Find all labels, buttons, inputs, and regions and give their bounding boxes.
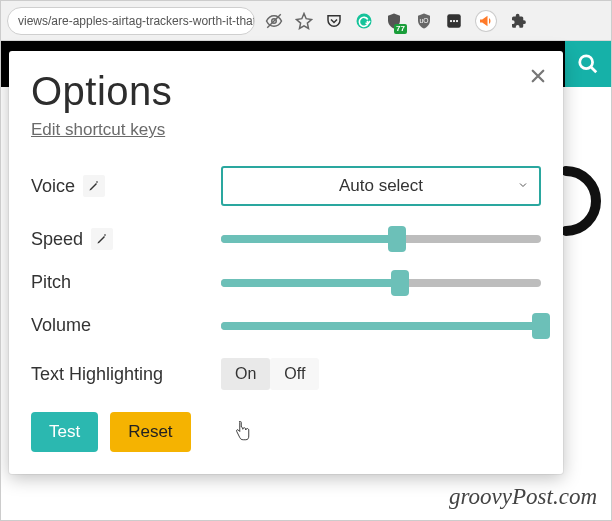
highlight-off-button[interactable]: Off	[270, 358, 319, 390]
svg-point-7	[456, 19, 458, 21]
shield-badge-icon[interactable]: 77	[385, 12, 403, 30]
label-text-highlighting: Text Highlighting	[31, 364, 221, 385]
row-text-highlighting: Text Highlighting On Off	[31, 358, 541, 390]
site-search-button[interactable]	[565, 41, 611, 87]
panel-title: Options	[31, 69, 541, 114]
speed-slider-fill	[221, 235, 397, 243]
label-pitch-text: Pitch	[31, 272, 71, 293]
page-background-glyph	[561, 161, 611, 241]
pencil-icon	[88, 180, 100, 192]
dots-square-icon[interactable]	[445, 12, 463, 30]
action-row: Test Reset	[31, 412, 541, 452]
label-volume-text: Volume	[31, 315, 91, 336]
shield-badge-number: 77	[394, 24, 407, 34]
edit-shortcut-keys-link[interactable]: Edit shortcut keys	[31, 120, 165, 140]
highlight-on-button[interactable]: On	[221, 358, 270, 390]
close-button[interactable]	[527, 65, 549, 87]
browser-chrome-bar: views/are-apples-airtag-trackers-worth-i…	[1, 1, 611, 41]
row-pitch: Pitch	[31, 272, 541, 293]
label-volume: Volume	[31, 315, 221, 336]
reset-button[interactable]: Reset	[110, 412, 190, 452]
svg-point-6	[453, 19, 455, 21]
megaphone-extension-icon[interactable]	[475, 10, 497, 32]
label-pitch: Pitch	[31, 272, 221, 293]
options-panel: Options Edit shortcut keys Voice Auto se…	[9, 51, 563, 474]
star-icon[interactable]	[295, 12, 313, 30]
label-voice: Voice	[31, 175, 221, 197]
volume-slider[interactable]	[221, 316, 541, 336]
close-icon	[529, 67, 547, 85]
label-voice-text: Voice	[31, 176, 75, 197]
svg-text:uO: uO	[419, 17, 428, 24]
volume-slider-fill	[221, 322, 541, 330]
omnibox-url: views/are-apples-airtag-trackers-worth-i…	[18, 14, 255, 28]
label-speed: Speed	[31, 228, 221, 250]
chrome-toolbar-icons: 77 uO	[265, 10, 527, 32]
chevron-down-icon	[517, 176, 529, 196]
ublock-icon[interactable]: uO	[415, 12, 433, 30]
speed-edit-button[interactable]	[91, 228, 113, 250]
row-voice: Voice Auto select	[31, 166, 541, 206]
reader-eye-icon[interactable]	[265, 12, 283, 30]
highlight-toggle-group: On Off	[221, 358, 319, 390]
svg-point-8	[580, 56, 593, 69]
omnibox[interactable]: views/are-apples-airtag-trackers-worth-i…	[7, 7, 255, 35]
watermark: groovyPost.com	[449, 484, 597, 510]
label-speed-text: Speed	[31, 229, 83, 250]
pitch-slider-fill	[221, 279, 400, 287]
extensions-puzzle-icon[interactable]	[509, 12, 527, 30]
label-highlight-text: Text Highlighting	[31, 364, 163, 385]
speed-slider[interactable]	[221, 229, 541, 249]
pocket-icon[interactable]	[325, 12, 343, 30]
pitch-slider[interactable]	[221, 273, 541, 293]
pencil-icon	[96, 233, 108, 245]
row-speed: Speed	[31, 228, 541, 250]
volume-slider-thumb[interactable]	[532, 313, 550, 339]
voice-edit-button[interactable]	[83, 175, 105, 197]
svg-line-9	[591, 67, 597, 73]
speed-slider-thumb[interactable]	[388, 226, 406, 252]
pitch-slider-thumb[interactable]	[391, 270, 409, 296]
voice-select-value: Auto select	[339, 176, 423, 196]
voice-select[interactable]: Auto select	[221, 166, 541, 206]
test-button[interactable]: Test	[31, 412, 98, 452]
search-icon	[577, 53, 599, 75]
svg-point-5	[450, 19, 452, 21]
grammarly-icon[interactable]	[355, 12, 373, 30]
row-volume: Volume	[31, 315, 541, 336]
